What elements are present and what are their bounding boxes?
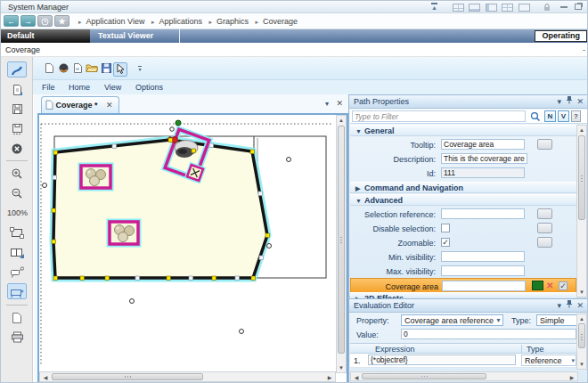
disable-selection-evaluate-button[interactable] <box>537 223 552 233</box>
search-icon[interactable] <box>530 111 541 124</box>
print-icon[interactable] <box>7 329 27 345</box>
menu-options[interactable]: Options <box>135 83 163 92</box>
expression-type-combo[interactable]: Reference▾ <box>521 354 576 366</box>
tab-default[interactable]: Default <box>1 29 90 43</box>
zoomable-checkbox[interactable]: ✓ <box>441 238 450 247</box>
zoom-out-icon[interactable] <box>7 184 27 200</box>
splitter-handle[interactable]: - <box>583 45 585 54</box>
reference-apply-checkbox[interactable]: ✓ <box>559 281 568 290</box>
disable-selection-checkbox[interactable] <box>441 224 450 232</box>
layout-cross-icon[interactable] <box>502 4 513 12</box>
path-properties-vscrollbar[interactable]: ▲ ▼ <box>576 125 587 297</box>
cancel-icon[interactable] <box>7 140 27 156</box>
menu-home[interactable]: Home <box>69 83 90 92</box>
type-combo[interactable]: Simple <box>536 314 581 326</box>
close-tab-icon[interactable]: ✕ <box>106 101 113 110</box>
canvas-hscrollbar[interactable]: ◀ ▶ <box>39 371 336 382</box>
section-2d-effects[interactable]: ▶2D Effects <box>350 292 576 298</box>
forward-icon[interactable]: → <box>20 15 36 27</box>
type-header[interactable]: Type <box>521 345 544 354</box>
close-panel-icon[interactable]: ✕ <box>576 95 584 108</box>
filter-help-button[interactable]: ? <box>571 110 581 122</box>
evaluation-vscrollbar[interactable]: ▲ ▼ <box>576 314 587 370</box>
selection-reference-input[interactable] <box>441 208 525 219</box>
open-project-icon[interactable] <box>56 62 70 77</box>
layout-left-icon[interactable] <box>486 4 497 12</box>
collapse-all-icon[interactable]: ▲ <box>431 3 437 12</box>
close-document-icon[interactable]: ✕ <box>336 99 343 108</box>
layout-grid-icon[interactable] <box>453 4 464 12</box>
save-icon[interactable] <box>7 101 27 117</box>
reference-clear-icon[interactable]: ✕ <box>546 281 553 290</box>
chevron-down-icon[interactable]: ▾ <box>557 95 561 108</box>
breadcrumb-item[interactable]: Application View <box>86 17 145 26</box>
tab-coverage-document[interactable]: Coverage * ✕ <box>41 96 119 113</box>
breadcrumb-arrow-icon: ▸ <box>256 19 259 25</box>
zoomable-evaluate-button[interactable] <box>537 237 552 248</box>
projector-view-icon[interactable] <box>7 283 27 299</box>
pin-icon[interactable] <box>566 299 573 312</box>
coverage-area-reference-input[interactable] <box>442 281 526 291</box>
tab-list-chevron-icon[interactable]: ▾ <box>325 100 329 108</box>
layout-bottom-icon[interactable] <box>469 4 480 12</box>
canvas-vscrollbar[interactable]: ▲ ▼ <box>336 115 347 373</box>
toolbar-overflow-icon[interactable]: ▾ <box>133 62 147 77</box>
section-advanced[interactable]: ▼Advanced <box>350 194 576 206</box>
chevron-down-icon[interactable]: ▾ <box>557 299 561 312</box>
history-icon[interactable] <box>37 15 53 27</box>
menu-file[interactable]: File <box>42 83 55 92</box>
tooltip-input[interactable] <box>441 139 525 150</box>
split-view-icon[interactable] <box>7 244 27 260</box>
tooltip-evaluate-button[interactable] <box>537 139 552 150</box>
layout-single-icon[interactable] <box>519 4 530 12</box>
minimize-icon[interactable] <box>560 6 568 8</box>
back-icon[interactable]: ← <box>4 15 19 27</box>
zoom-level-label[interactable]: 100% <box>7 205 27 221</box>
selection-reference-evaluate-button[interactable] <box>537 208 552 219</box>
callout-icon[interactable] <box>7 264 27 280</box>
section-command-navigation[interactable]: ▶Command and Navigation <box>350 182 576 193</box>
menu-view[interactable]: View <box>104 83 121 92</box>
breadcrumb-item[interactable]: Applications <box>159 17 202 26</box>
new-document-icon[interactable] <box>42 62 56 77</box>
section-general[interactable]: ▼General <box>350 125 576 136</box>
open-folder-icon[interactable] <box>85 62 99 77</box>
filter-name-button[interactable]: N <box>544 110 556 122</box>
breadcrumb-item[interactable]: Graphics <box>216 17 249 26</box>
document-area: Coverage * ✕ ▾ ✕ <box>34 94 348 383</box>
property-combo[interactable]: Coverage area reference▼ <box>401 314 503 326</box>
path-properties-header[interactable]: Path Properties ▾ ✕ <box>349 95 588 109</box>
description-input[interactable] <box>441 153 527 164</box>
expression-input[interactable] <box>368 354 516 365</box>
save-file-icon[interactable] <box>99 62 113 77</box>
reference-ok-button[interactable] <box>532 281 543 290</box>
title-bar: System Manager ▲ <box>1 1 588 13</box>
filter-value-button[interactable]: V <box>558 110 569 122</box>
pen-tool-icon[interactable] <box>7 61 27 77</box>
favorites-icon[interactable]: ★ <box>54 15 69 27</box>
close-panel-icon[interactable]: ✕ <box>576 299 584 312</box>
breadcrumb-item[interactable]: Coverage <box>263 17 298 26</box>
filter-input[interactable] <box>352 110 526 122</box>
restore-icon[interactable] <box>575 3 582 12</box>
evaluation-hscrollbar[interactable]: ◀ ▶ <box>350 371 578 381</box>
page-icon[interactable] <box>7 309 27 325</box>
drawing-canvas[interactable]: ▲ ▼ ◀ ▶ <box>37 113 348 383</box>
tab-textual-viewer[interactable]: Textual Viewer <box>90 29 180 43</box>
zoom-in-icon[interactable] <box>7 165 27 181</box>
operating-mode-button[interactable]: Operating <box>535 30 587 42</box>
lock-icon[interactable] <box>543 4 550 11</box>
property-label: Property: <box>356 316 389 325</box>
fit-view-icon[interactable] <box>7 224 27 240</box>
expression-header[interactable]: Expression <box>375 345 415 354</box>
evaluation-editor-header[interactable]: Evaluation Editor ▾ ✕ <box>349 299 588 313</box>
min-visibility-input[interactable] <box>441 251 525 262</box>
save-as-icon[interactable] <box>7 120 27 136</box>
max-visibility-input[interactable] <box>441 265 525 276</box>
select-cursor-icon[interactable] <box>113 62 127 77</box>
pin-icon[interactable] <box>566 95 573 108</box>
import-document-icon[interactable] <box>70 62 85 77</box>
expression-row: 1. Reference▾ <box>350 354 578 368</box>
export-document-icon[interactable] <box>7 81 27 97</box>
value-input[interactable] <box>401 329 576 339</box>
